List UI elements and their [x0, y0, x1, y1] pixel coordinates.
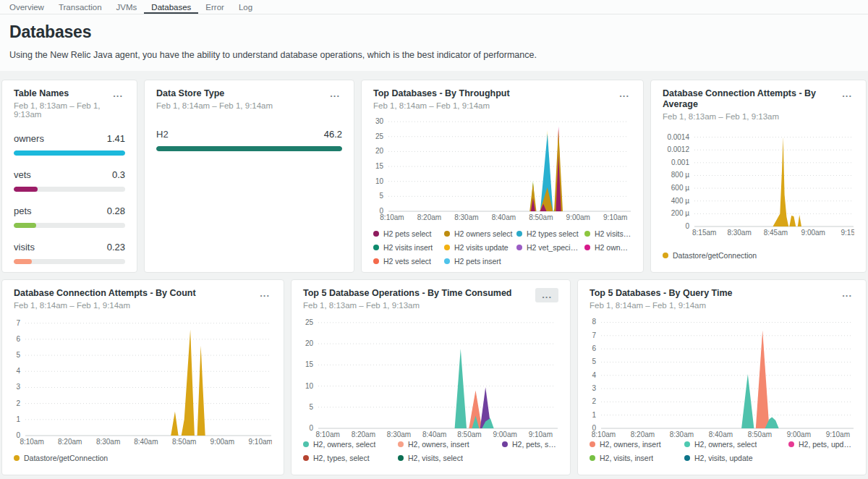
legend-label: H2, owners, insert [408, 440, 469, 449]
card-menu-button[interactable]: ... [617, 88, 631, 100]
legend-item[interactable]: Datastore/getConnection [663, 251, 854, 260]
svg-text:8:10am: 8:10am [315, 431, 339, 438]
card-menu-button[interactable]: ... [111, 88, 125, 100]
bar-value: 0.23 [107, 242, 125, 253]
legend-item[interactable]: H2 pets select [373, 229, 441, 238]
legend-dot-icon [398, 455, 404, 461]
legend-dot-icon [516, 245, 522, 250]
legend-label: Datastore/getConnection [673, 251, 757, 260]
svg-text:400 µ: 400 µ [671, 197, 689, 205]
legend-label: H2, visits, insert [600, 454, 653, 462]
bar-row: vets0.3 [14, 169, 125, 192]
legend-item[interactable]: H2 vet_specialti… [516, 243, 582, 252]
bar-row: owners1.41 [14, 133, 125, 156]
card-title: Database Connection Attempts - By Averag… [663, 88, 840, 110]
legend-item[interactable]: H2, visits, insert [590, 454, 681, 462]
legend-item[interactable]: H2, owners, insert [590, 440, 681, 449]
tab-overview[interactable]: Overview [2, 0, 51, 14]
svg-text:9:00am: 9:00am [210, 438, 234, 446]
bar-value: 0.3 [112, 169, 125, 180]
svg-text:0.0014: 0.0014 [667, 133, 689, 141]
card-date-range: Feb 1, 8:14am – Feb 1, 9:14am [156, 101, 273, 110]
legend-dot-icon [663, 253, 668, 258]
page-subtitle: Using the New Relic Java agent, you have… [9, 50, 859, 60]
svg-text:8: 8 [592, 318, 596, 326]
legend-item[interactable]: H2, pets, select [502, 440, 558, 449]
legend-label: H2 vets select [383, 257, 431, 266]
chart-canvas: 0.00140.00120.001800 µ600 µ400 µ200 µ08:… [663, 124, 854, 238]
card-date-range: Feb 1, 8:13am – Feb 1, 9:13am [303, 301, 512, 310]
legend-dot-icon [373, 231, 379, 237]
card-menu-button[interactable]: ... [840, 88, 854, 100]
legend-item[interactable]: H2, types, select [303, 454, 395, 462]
legend-item[interactable]: H2, visits, select [398, 454, 499, 462]
card-menu-button[interactable]: ... [535, 288, 558, 302]
legend-label: H2, visits, update [694, 454, 753, 462]
svg-text:8:45am: 8:45am [764, 229, 788, 237]
top-nav: OverviewTransactionJVMsDatabasesErrorLog [0, 0, 868, 14]
card-db-connection-attempts-by-average: Database Connection Attempts - By Averag… [650, 80, 867, 273]
svg-text:3: 3 [16, 383, 20, 391]
legend-item[interactable]: H2, pets, update [788, 440, 854, 449]
card-menu-button[interactable]: ... [258, 288, 272, 300]
svg-text:8:30am: 8:30am [454, 213, 478, 221]
legend-label: H2 vet_specialti… [527, 243, 582, 252]
legend-dot-icon [684, 455, 690, 461]
card-date-range: Feb 1, 8:13am – Feb 1, 9:13am [663, 112, 840, 121]
svg-text:8:50am: 8:50am [529, 213, 553, 221]
series-area [756, 331, 770, 429]
svg-text:8:10am: 8:10am [20, 438, 43, 446]
svg-text:800 µ: 800 µ [671, 171, 689, 179]
svg-text:9:10am: 9:10am [826, 431, 850, 438]
legend-item[interactable]: H2 visits update [444, 243, 514, 252]
legend-dot-icon [584, 231, 590, 237]
legend-item[interactable]: H2, owners, select [684, 440, 786, 449]
bar-track [14, 259, 125, 264]
chart-legend: Datastore/getConnection [14, 454, 272, 462]
tab-log[interactable]: Log [231, 0, 260, 14]
bar-label: H2 [156, 129, 169, 140]
legend-item[interactable]: H2, owners, insert [398, 440, 499, 449]
card-title: Top 5 Database Operations - By Time Cons… [303, 288, 512, 299]
card-menu-button[interactable]: ... [840, 288, 854, 300]
svg-text:8:15am: 8:15am [692, 229, 716, 237]
tab-error[interactable]: Error [198, 0, 231, 14]
svg-text:25: 25 [305, 318, 314, 326]
page-header: Databases Using the New Relic Java agent… [0, 14, 868, 71]
svg-text:8:50am: 8:50am [457, 431, 481, 438]
svg-text:10: 10 [305, 382, 314, 390]
svg-text:5: 5 [592, 357, 596, 365]
card-title: Database Connection Attempts - By Count [14, 288, 196, 299]
legend-item[interactable]: H2 owners insert [584, 243, 631, 252]
tab-jvms[interactable]: JVMs [109, 0, 145, 14]
svg-text:2: 2 [16, 399, 20, 407]
svg-text:0.0012: 0.0012 [667, 145, 689, 153]
svg-text:5: 5 [16, 351, 20, 359]
bar-row: pets0.28 [14, 205, 125, 228]
legend-item[interactable]: H2 visits insert [373, 243, 441, 252]
legend-item[interactable]: H2 pets insert [444, 257, 514, 266]
card-date-range: Feb 1, 8:14am – Feb 1, 9:14am [14, 301, 196, 310]
svg-text:8:20am: 8:20am [417, 213, 441, 221]
legend-item[interactable]: H2 vets select [373, 257, 441, 266]
svg-text:4: 4 [592, 371, 596, 379]
legend-item[interactable]: H2 visits select [584, 229, 631, 238]
bar-fill [14, 259, 32, 264]
svg-text:8:40am: 8:40am [709, 431, 733, 438]
svg-text:8:30am: 8:30am [96, 438, 120, 446]
legend-item[interactable]: H2, visits, update [684, 454, 786, 462]
legend-dot-icon [303, 455, 309, 461]
svg-text:8:30am: 8:30am [387, 431, 411, 438]
bar-fill [156, 146, 342, 151]
svg-text:10: 10 [375, 177, 384, 185]
bar-label: pets [14, 205, 32, 216]
tab-databases[interactable]: Databases [144, 0, 198, 14]
svg-text:9:10am: 9:10am [249, 438, 272, 446]
connection-count-area-chart: 765432108:10am8:20am8:30am8:40am8:50am9:… [14, 313, 272, 447]
legend-item[interactable]: Datastore/getConnection [14, 454, 272, 462]
legend-item[interactable]: H2, owners, select [303, 440, 395, 449]
legend-item[interactable]: H2 owners select [444, 229, 514, 238]
tab-transaction[interactable]: Transaction [51, 0, 109, 14]
legend-item[interactable]: H2 types select [516, 229, 582, 238]
card-menu-button[interactable]: ... [328, 88, 342, 100]
